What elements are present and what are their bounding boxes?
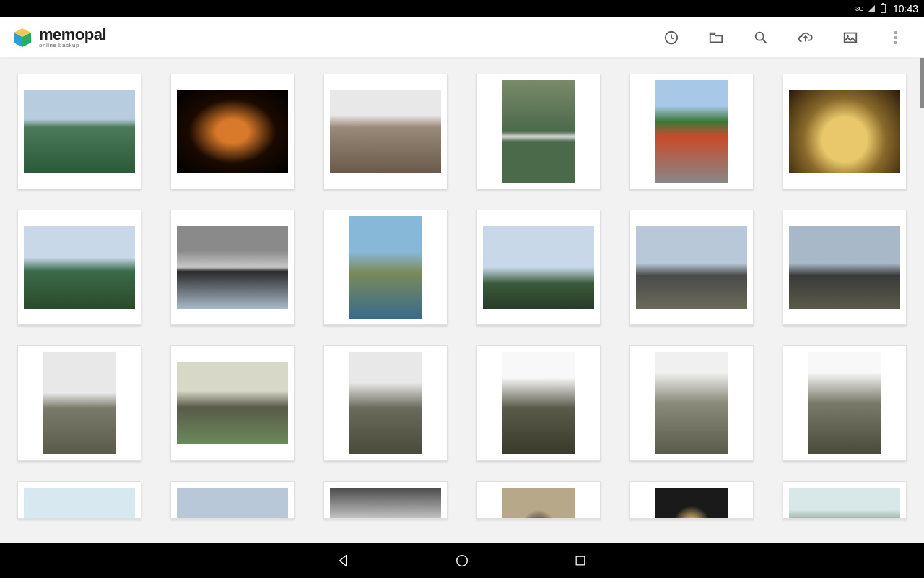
- cloud-upload-icon[interactable]: [788, 20, 823, 55]
- photo-image: [24, 488, 135, 519]
- photo-image: [789, 226, 900, 309]
- photo-image: [349, 352, 422, 454]
- photo-thumbnail[interactable]: [17, 345, 141, 461]
- photo-image: [502, 488, 575, 519]
- android-nav-bar: [0, 543, 924, 578]
- photo-image: [24, 226, 135, 309]
- photo-thumbnail[interactable]: [17, 210, 141, 325]
- photo-image: [655, 352, 728, 454]
- photo-thumbnail[interactable]: [783, 481, 907, 519]
- photo-thumbnail[interactable]: [629, 210, 754, 325]
- back-button[interactable]: [335, 552, 352, 569]
- svg-point-4: [756, 32, 764, 40]
- photo-thumbnail[interactable]: [17, 74, 141, 189]
- photo-thumbnail[interactable]: [170, 210, 295, 325]
- photo-thumbnail[interactable]: [476, 210, 601, 325]
- photo-image: [177, 488, 288, 519]
- photo-thumbnail[interactable]: [783, 345, 907, 461]
- photo-image: [655, 80, 728, 183]
- folder-icon[interactable]: [699, 20, 733, 55]
- photo-image: [330, 90, 441, 173]
- photo-image: [789, 90, 900, 173]
- home-button[interactable]: [453, 552, 471, 569]
- photo-image: [808, 352, 881, 454]
- photo-image: [655, 488, 728, 519]
- photo-image: [349, 216, 422, 319]
- search-icon[interactable]: [744, 20, 778, 55]
- photo-thumbnail[interactable]: [629, 481, 754, 519]
- photo-image: [502, 352, 575, 454]
- photo-thumbnail[interactable]: [170, 481, 295, 519]
- photo-thumbnail[interactable]: [629, 345, 754, 461]
- android-status-bar: 3G 10:43: [0, 0, 924, 17]
- photo-thumbnail[interactable]: [170, 345, 295, 461]
- app-window: memopal online backup: [0, 17, 924, 543]
- photo-image: [502, 80, 575, 183]
- photo-thumbnail[interactable]: [629, 74, 754, 189]
- photo-thumbnail[interactable]: [783, 74, 907, 189]
- photo-thumbnail[interactable]: [476, 74, 601, 189]
- brand-name: memopal: [39, 27, 106, 43]
- photo-thumbnail[interactable]: [783, 210, 907, 325]
- brand-logo[interactable]: memopal online backup: [12, 27, 106, 48]
- picture-icon[interactable]: [833, 20, 868, 55]
- photo-thumbnail[interactable]: [323, 210, 448, 325]
- photo-image: [43, 352, 116, 454]
- logo-cube-icon: [12, 27, 33, 48]
- signal-icon: [868, 5, 875, 12]
- overflow-menu-icon[interactable]: [878, 20, 912, 55]
- photo-grid[interactable]: [0, 58, 924, 543]
- photo-thumbnail[interactable]: [170, 74, 295, 189]
- photo-thumbnail[interactable]: [323, 481, 448, 519]
- clock: 10:43: [893, 3, 918, 14]
- svg-rect-8: [576, 556, 585, 565]
- photo-image: [24, 90, 135, 173]
- photo-thumbnail[interactable]: [323, 74, 448, 189]
- svg-point-7: [457, 556, 468, 566]
- photo-thumbnail[interactable]: [476, 345, 601, 461]
- network-indicator: 3G: [855, 5, 863, 12]
- brand-tagline: online backup: [39, 43, 106, 48]
- recent-icon[interactable]: [654, 20, 689, 55]
- photo-image: [177, 226, 288, 309]
- battery-icon: [881, 4, 886, 13]
- photo-image: [636, 226, 747, 309]
- toolbar: memopal online backup: [0, 17, 924, 58]
- photo-thumbnail[interactable]: [17, 481, 141, 519]
- photo-image: [789, 488, 900, 519]
- scrollbar-thumb[interactable]: [920, 58, 924, 108]
- photo-thumbnail[interactable]: [323, 345, 448, 461]
- recents-button[interactable]: [572, 552, 589, 569]
- photo-thumbnail[interactable]: [476, 481, 601, 519]
- photo-image: [177, 90, 288, 173]
- photo-image: [483, 226, 594, 309]
- photo-image: [177, 362, 288, 444]
- photo-image: [330, 488, 441, 519]
